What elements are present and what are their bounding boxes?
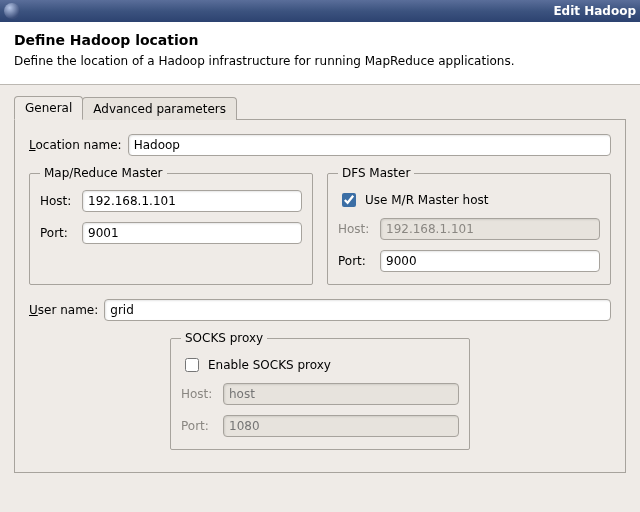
mapreduce-master-legend: Map/Reduce Master bbox=[40, 166, 167, 180]
location-name-input[interactable] bbox=[128, 134, 611, 156]
user-name-input[interactable] bbox=[104, 299, 611, 321]
tab-general[interactable]: General bbox=[14, 96, 83, 120]
window-title: Edit Hadoop bbox=[553, 4, 636, 18]
mr-host-label: Host: bbox=[40, 194, 82, 208]
dfs-host-label: Host: bbox=[338, 222, 380, 236]
socks-host-input bbox=[223, 383, 459, 405]
mapreduce-master-group: Map/Reduce Master Host: Port: bbox=[29, 166, 313, 285]
use-mr-host-label: Use M/R Master host bbox=[365, 193, 488, 207]
socks-host-label: Host: bbox=[181, 387, 223, 401]
tabs: General Advanced parameters bbox=[14, 95, 626, 120]
use-mr-host-checkbox[interactable] bbox=[342, 193, 356, 207]
titlebar: Edit Hadoop bbox=[0, 0, 640, 22]
dfs-port-input[interactable] bbox=[380, 250, 600, 272]
enable-socks-checkbox[interactable] bbox=[185, 358, 199, 372]
mr-host-input[interactable] bbox=[82, 190, 302, 212]
mr-port-label: Port: bbox=[40, 226, 82, 240]
dfs-host-input bbox=[380, 218, 600, 240]
socks-port-label: Port: bbox=[181, 419, 223, 433]
mr-port-input[interactable] bbox=[82, 222, 302, 244]
tab-panel-general: Location name: Map/Reduce Master Host: P… bbox=[14, 120, 626, 473]
tab-advanced[interactable]: Advanced parameters bbox=[82, 97, 237, 120]
eclipse-icon bbox=[4, 3, 20, 19]
socks-proxy-group: SOCKS proxy Enable SOCKS proxy Host: Por… bbox=[170, 331, 470, 450]
dfs-master-legend: DFS Master bbox=[338, 166, 414, 180]
dfs-master-group: DFS Master Use M/R Master host Host: Por… bbox=[327, 166, 611, 285]
location-name-label: Location name: bbox=[29, 138, 122, 152]
enable-socks-label: Enable SOCKS proxy bbox=[208, 358, 331, 372]
dialog-header: Define Hadoop location Define the locati… bbox=[0, 22, 640, 85]
dfs-port-label: Port: bbox=[338, 254, 380, 268]
page-subtitle: Define the location of a Hadoop infrastr… bbox=[14, 54, 626, 68]
page-title: Define Hadoop location bbox=[14, 32, 626, 48]
socks-proxy-legend: SOCKS proxy bbox=[181, 331, 267, 345]
user-name-label: User name: bbox=[29, 303, 98, 317]
socks-port-input bbox=[223, 415, 459, 437]
